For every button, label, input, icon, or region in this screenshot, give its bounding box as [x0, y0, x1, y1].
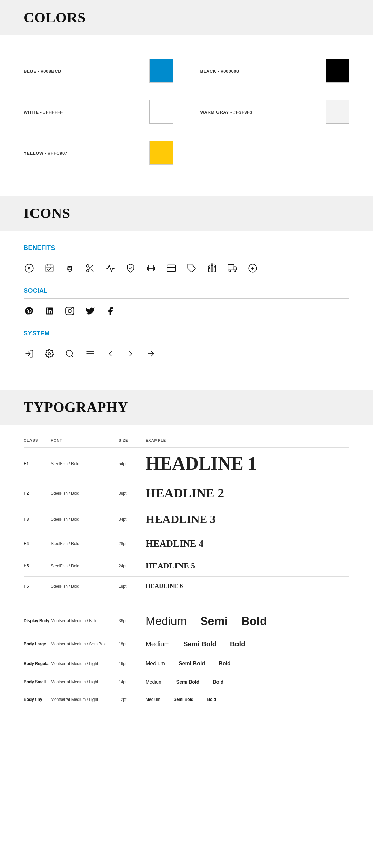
barbell-icon [146, 263, 157, 274]
system-label: SYSTEM [24, 330, 349, 337]
svg-point-28 [234, 270, 236, 272]
spacer-row [24, 596, 349, 608]
type-size-h5: 24pt [119, 555, 146, 576]
table-row: Body Regular Montserrat Medium / Light 1… [24, 654, 349, 673]
svg-text:$: $ [28, 265, 31, 271]
large-bold: Bold [230, 640, 245, 648]
type-class-h3: H3 [24, 507, 51, 532]
svg-point-6 [87, 265, 89, 267]
type-font-h6: SteelFish / Bold [51, 576, 119, 596]
table-row: H2 SteelFish / Bold 38pt HEADLINE 2 [24, 480, 349, 507]
typography-content: CLASS FONT SIZE EXAMPLE H1 SteelFish / B… [0, 425, 373, 729]
color-item-warmgray: WARM GRAY - #F3F3F3 [200, 93, 350, 131]
type-font-small: Montserrat Medium / Light [51, 673, 119, 691]
settings-icon [44, 348, 55, 359]
system-divider [24, 341, 349, 341]
display-bold: Bold [241, 614, 267, 628]
type-font-display: Montserrat Medium / Bold [51, 608, 119, 634]
svg-point-37 [66, 350, 73, 357]
color-label-blue: BLUE - #008BCD [24, 68, 61, 74]
login-icon [24, 348, 35, 359]
system-icon-row [24, 348, 349, 359]
type-size-regular: 16pt [119, 654, 146, 673]
type-example-display: Medium Semi Bold [146, 608, 349, 634]
icons-section: ICONS BENEFITS $ [0, 196, 373, 390]
svg-line-38 [71, 355, 73, 357]
svg-point-34 [72, 309, 72, 309]
svg-point-22 [209, 266, 210, 268]
benefits-divider [24, 256, 349, 256]
typography-section: TYPOGRAPHY CLASS FONT SIZE EXAMPLE H1 St… [0, 390, 373, 729]
social-category: SOCIAL [24, 287, 349, 316]
type-class-h2: H2 [24, 480, 51, 507]
type-example-h1: HEADLINE 1 [146, 448, 349, 480]
table-row: H1 SteelFish / Bold 54pt HEADLINE 1 [24, 448, 349, 480]
type-font-h5: SteelFish / Bold [51, 555, 119, 576]
table-row: Display Body Montserrat Medium / Bold 36… [24, 608, 349, 634]
tiny-medium: Medium [146, 697, 160, 702]
color-item-black: BLACK - #000000 [200, 52, 350, 90]
large-medium: Medium [146, 640, 170, 648]
table-row: Body Small Montserrat Medium / Light 14p… [24, 673, 349, 691]
tiny-bold: Bold [207, 697, 216, 702]
color-swatch-blue [149, 59, 173, 83]
arrow-right-icon [146, 348, 157, 359]
small-medium: Medium [146, 679, 163, 685]
typography-section-header: TYPOGRAPHY [0, 390, 373, 425]
col-header-size: SIZE [119, 438, 146, 448]
icons-section-header: ICONS [0, 196, 373, 231]
dollar-circle-icon: $ [24, 263, 35, 274]
svg-rect-16 [167, 265, 176, 272]
credit-card-icon [166, 263, 177, 274]
plus-circle-icon [247, 263, 258, 274]
facebook-icon [105, 305, 116, 316]
menu-icon [85, 348, 96, 359]
type-font-h2: SteelFish / Bold [51, 480, 119, 507]
table-row: H4 SteelFish / Bold 28pt HEADLINE 4 [24, 532, 349, 555]
svg-point-33 [68, 309, 71, 312]
svg-point-7 [87, 270, 89, 272]
color-item-white: WHITE - #FFFFFF [24, 93, 173, 131]
svg-rect-21 [214, 267, 216, 272]
type-size-h1: 54pt [119, 448, 146, 480]
svg-line-10 [88, 267, 90, 268]
hand-ok-icon [64, 263, 75, 274]
type-font-h1: SteelFish / Bold [51, 448, 119, 480]
colors-content: BLUE - #008BCD BLACK - #000000 WHITE - #… [0, 35, 373, 196]
small-semi: Semi Bold [176, 679, 199, 685]
type-example-large: Medium Semi Bold Bold [146, 634, 349, 654]
type-font-h3: SteelFish / Bold [51, 507, 119, 532]
type-example-small: Medium Semi Bold Bold [146, 673, 349, 691]
typography-table: CLASS FONT SIZE EXAMPLE H1 SteelFish / B… [24, 438, 349, 708]
display-medium: Medium [146, 614, 187, 628]
type-font-h4: SteelFish / Bold [51, 532, 119, 555]
type-class-h4: H4 [24, 532, 51, 555]
type-size-h2: 38pt [119, 480, 146, 507]
color-item-blue: BLUE - #008BCD [24, 52, 173, 90]
type-example-h2: HEADLINE 2 [146, 480, 349, 507]
svg-point-27 [229, 270, 231, 272]
type-size-large: 18pt [119, 634, 146, 654]
type-example-h4: HEADLINE 4 [146, 532, 349, 555]
color-label-yellow: YELLOW - #FFC907 [24, 151, 67, 156]
calendar-check-icon [44, 263, 55, 274]
table-row: H6 SteelFish / Bold 18pt HEADLINE 6 [24, 576, 349, 596]
chevron-right-icon [125, 348, 136, 359]
chart-people-icon [207, 263, 217, 274]
type-size-h4: 28pt [119, 532, 146, 555]
type-size-tiny: 12pt [119, 691, 146, 708]
type-font-regular: Montserrat Medium / Light [51, 654, 119, 673]
svg-rect-32 [66, 307, 74, 315]
social-divider [24, 298, 349, 299]
type-font-large: Montserrat Medium / SemiBold [51, 634, 119, 654]
social-icon-row [24, 305, 349, 316]
regular-medium: Medium [146, 660, 165, 667]
tiny-semi: Semi Bold [174, 697, 194, 702]
svg-line-9 [91, 269, 93, 271]
typography-title: TYPOGRAPHY [24, 399, 349, 415]
table-row: H3 SteelFish / Bold 34pt HEADLINE 3 [24, 507, 349, 532]
display-semi: Semi [200, 614, 228, 628]
svg-rect-20 [211, 266, 213, 272]
colors-section: COLORS BLUE - #008BCD BLACK - #000000 WH… [0, 0, 373, 196]
type-size-display: 36pt [119, 608, 146, 634]
